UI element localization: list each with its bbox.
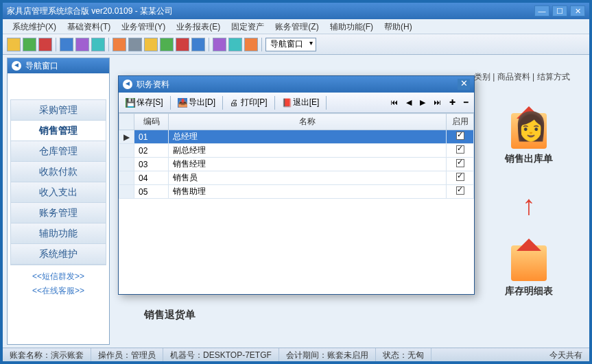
position-dialog: 职务资料 ✕ 💾保存[S] 📤导出[D] 🖨打印[P] 📕退出[E] ⏮ ◀ ▶… [118,75,475,295]
nav-income[interactable]: 收入支出 [11,182,106,203]
shortcut-inventory-detail[interactable]: 库存明细表 [474,245,584,298]
exit-button[interactable]: 📕退出[E] [279,95,322,110]
nav-prev-button[interactable]: ◀ [405,98,413,107]
toolbar-btn-7[interactable] [113,38,126,51]
nav-aux[interactable]: 辅助功能 [11,223,106,244]
toolbar-btn-2[interactable] [23,38,36,51]
menu-business[interactable]: 业务管理(Y) [116,19,171,34]
toolbar-btn-1[interactable] [7,38,21,51]
dialog-toolbar: 💾保存[S] 📤导出[D] 🖨打印[P] 📕退出[E] ⏮ ◀ ▶ ⏭ ✚ ━ [119,93,474,113]
nav-next-button[interactable]: ▶ [418,98,427,107]
cell-code[interactable]: 04 [134,171,169,185]
nav-last-button[interactable]: ⏭ [432,98,442,107]
nav-link-service[interactable]: <<在线客服>> [14,284,102,298]
col-name[interactable]: 名称 [169,114,447,130]
shortcut-sales-out[interactable]: 销售出库单 [474,113,584,165]
menu-assets[interactable]: 固定资产 [226,19,270,34]
col-enable[interactable]: 启用 [447,114,474,130]
save-button[interactable]: 💾保存[S] [123,95,166,110]
nav-payment[interactable]: 收款付款 [11,162,106,182]
toolbar-nav-dropdown[interactable]: 导航窗口 [265,38,316,51]
table-row[interactable]: 04销售员 [119,171,474,185]
cell-enable[interactable] [447,158,474,171]
toolbar-btn-14[interactable] [228,38,242,51]
toolbar-btn-4[interactable] [60,38,73,51]
minimize-button[interactable]: — [534,5,549,16]
toolbar-btn-15[interactable] [244,38,258,51]
cell-code[interactable]: 02 [134,144,169,158]
cell-name[interactable]: 销售助理 [169,185,447,199]
cell-name[interactable]: 副总经理 [169,144,447,158]
toolbar-btn-10[interactable] [160,38,174,51]
toolbar-btn-6[interactable] [91,38,105,51]
cell-name[interactable]: 销售员 [169,171,447,185]
col-code[interactable]: 编码 [134,114,169,130]
status-operator: 管理员 [131,350,156,360]
nav-delete-button[interactable]: ━ [462,98,470,107]
status-account: 演示账套 [51,350,84,360]
row-indicator: ▶ [119,130,134,144]
cell-enable[interactable] [447,144,474,158]
checkbox-icon[interactable] [456,159,464,167]
nav-panel-title-bar: 导航窗口 [8,58,109,73]
cell-enable[interactable] [447,130,474,144]
nav-sysmaint[interactable]: 系统维护 [11,244,106,265]
checkbox-icon[interactable] [456,145,464,154]
row-indicator [119,144,134,158]
nav-first-button[interactable]: ⏮ [389,98,399,107]
menu-account[interactable]: 账务管理(Z) [270,19,324,34]
maximize-button[interactable]: ☐ [552,5,567,16]
toolbar-btn-3[interactable] [38,38,52,51]
inventory-icon [511,245,547,281]
dialog-close-button[interactable]: ✕ [458,79,470,90]
checkbox-icon[interactable] [456,173,464,181]
print-button[interactable]: 🖨打印[P] [227,95,270,110]
toolbar-btn-12[interactable] [191,38,205,51]
menu-system[interactable]: 系统维护(X) [7,19,62,34]
toolbar-btn-9[interactable] [144,38,158,51]
right-shortcuts: 类别 | 商品资料 | 结算方式 销售出库单 ↑ 库存明细表 [474,71,584,298]
menu-report[interactable]: 业务报表(E) [171,19,226,34]
right-tabs[interactable]: 类别 | 商品资料 | 结算方式 [474,71,584,88]
cell-code[interactable]: 03 [134,158,169,171]
toolbar-btn-11[interactable] [176,38,189,51]
arrow-up-icon: ↑ [474,190,584,221]
checkbox-icon[interactable] [456,132,464,140]
window-title: 家具店管理系统综合版 ver20.0109 - 某某公司 [7,5,534,17]
table-row[interactable]: 02副总经理 [119,144,474,158]
status-machine: DESKTOP-7ETGF [203,350,272,360]
cell-enable[interactable] [447,171,474,185]
nav-purchase[interactable]: 采购管理 [11,100,106,121]
nav-accounting[interactable]: 账务管理 [11,203,106,223]
cell-code[interactable]: 01 [134,130,169,144]
table-row[interactable]: 03销售经理 [119,158,474,171]
toolbar-btn-13[interactable] [213,38,226,51]
dialog-title-bar[interactable]: 职务资料 ✕ [119,76,474,93]
nav-add-button[interactable]: ✚ [448,98,457,107]
cell-enable[interactable] [447,185,474,199]
cell-name[interactable]: 销售经理 [169,158,447,171]
table-row[interactable]: ▶01总经理 [119,130,474,144]
dialog-title: 职务资料 [137,79,169,90]
menu-aux[interactable]: 辅助功能(F) [324,19,379,34]
data-grid[interactable]: 编码 名称 启用 ▶01总经理02副总经理03销售经理04销售员05销售助理 [119,113,474,294]
toolbar-btn-8[interactable] [128,38,142,51]
dialog-icon [123,80,132,89]
nav-link-sms[interactable]: <<短信群发>> [14,269,102,284]
status-period: 账套未启用 [327,350,368,360]
nav-collapse-icon[interactable] [12,61,21,71]
status-state: 无匈 [407,350,424,360]
center-shortcut-return[interactable]: 销售退货单 [144,308,196,321]
table-row[interactable]: 05销售助理 [119,185,474,199]
row-indicator [119,185,134,199]
cell-name[interactable]: 总经理 [169,130,447,144]
checkbox-icon[interactable] [456,186,464,195]
menu-basedata[interactable]: 基础资料(T) [62,19,116,34]
nav-sales[interactable]: 销售管理 [11,121,106,141]
menu-help[interactable]: 帮助(H) [379,19,418,34]
export-button[interactable]: 📤导出[D] [175,95,218,110]
cell-code[interactable]: 05 [134,185,169,199]
nav-warehouse[interactable]: 仓库管理 [11,141,106,162]
toolbar-btn-5[interactable] [75,38,89,51]
close-button[interactable]: ✕ [570,5,585,16]
